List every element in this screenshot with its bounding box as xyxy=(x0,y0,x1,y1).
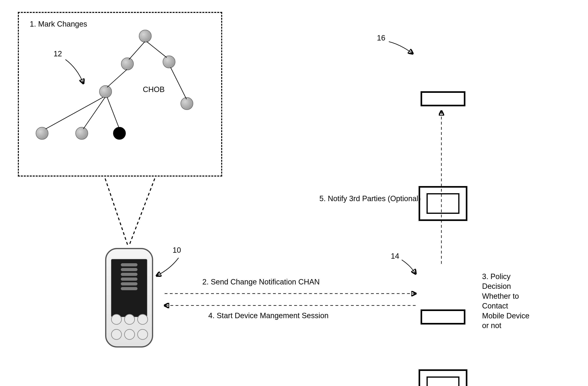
server2-monitor xyxy=(419,186,467,221)
diagram-canvas: 1. Mark Changes 12 CHOB 10 14 16 2. Send… xyxy=(0,0,588,386)
tree-node xyxy=(163,56,175,68)
server2-keyboard xyxy=(420,91,465,106)
server1-screen xyxy=(426,376,460,386)
ref-server2: 16 xyxy=(377,34,385,42)
tree-node xyxy=(181,97,193,110)
server1-monitor xyxy=(419,369,467,386)
ref-server1: 14 xyxy=(391,252,399,261)
tree-chob-label: CHOB xyxy=(143,85,165,94)
server1-keyboard xyxy=(420,309,465,325)
phone-screen xyxy=(111,259,147,317)
step-policy: 3. Policy Decision Whether to Contact Mo… xyxy=(482,272,577,330)
phone-keypad xyxy=(111,313,147,341)
step-notify: 5. Notify 3rd Parties (Optional) xyxy=(319,194,421,203)
tree-node xyxy=(121,58,134,70)
svg-line-7 xyxy=(105,179,128,246)
tree-node xyxy=(36,127,48,140)
tree-node xyxy=(75,127,88,140)
tree-node xyxy=(139,30,151,42)
step-send: 2. Send Change Notification CHAN xyxy=(202,278,320,286)
ref-phone: 10 xyxy=(173,246,181,254)
tree-node-changed xyxy=(113,127,126,140)
svg-line-8 xyxy=(129,179,155,246)
server2-screen xyxy=(426,193,460,214)
box-title: 1. Mark Changes xyxy=(30,20,87,28)
step-start: 4. Start Device Mangement Session xyxy=(208,311,329,320)
ref-tree: 12 xyxy=(54,50,62,58)
tree-box xyxy=(18,12,222,177)
phone-icon xyxy=(105,248,153,347)
tree-node xyxy=(99,85,112,98)
